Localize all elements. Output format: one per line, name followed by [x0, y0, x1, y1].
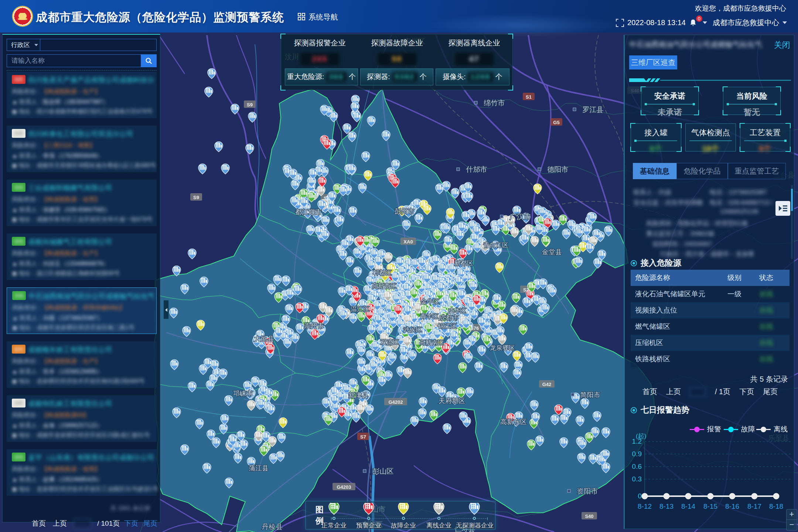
svg-text:丹棱县: 丹棱县 [262, 523, 283, 531]
svg-text:G42: G42 [542, 382, 552, 387]
svg-text:资阳市: 资阳市 [577, 487, 598, 495]
svg-text:绵竹市: 绵竹市 [484, 99, 505, 107]
svg-text:金牛区: 金牛区 [421, 298, 440, 305]
svg-text:8-14: 8-14 [681, 502, 695, 510]
svg-text:1.2: 1.2 [632, 437, 642, 445]
svg-text:8-17: 8-17 [747, 502, 761, 510]
svg-text:彭山区: 彭山区 [373, 467, 394, 475]
svg-text:0.3: 0.3 [632, 475, 642, 483]
svg-text:蒲江县: 蒲江县 [249, 464, 269, 472]
svg-text:成华区: 成华区 [448, 307, 467, 314]
svg-text:锦江区: 锦江区 [438, 323, 457, 330]
svg-text:崇州市: 崇州市 [304, 322, 324, 330]
svg-text:高新西区: 高新西区 [372, 283, 397, 290]
svg-text:罗江县: 罗江县 [583, 106, 604, 113]
svg-text:S1: S1 [526, 94, 532, 100]
svg-text:高新东区: 高新东区 [500, 418, 527, 426]
svg-text:高新南区: 高新南区 [419, 339, 444, 346]
svg-text:8-12: 8-12 [638, 502, 652, 510]
svg-text:8-18: 8-18 [769, 502, 783, 510]
svg-text:简阳市: 简阳市 [580, 391, 600, 399]
svg-text:S7: S7 [360, 434, 366, 440]
svg-text:青白江区: 青白江区 [483, 242, 508, 249]
svg-text:G4202: G4202 [388, 399, 403, 405]
svg-text:8-16: 8-16 [725, 502, 739, 510]
svg-text:0.9: 0.9 [632, 450, 642, 458]
svg-text:都江堰市: 都江堰市 [295, 208, 322, 216]
svg-text:广汉市: 广汉市 [510, 213, 531, 221]
svg-text:双流区: 双流区 [381, 339, 399, 346]
svg-text:新都区: 新都区 [454, 260, 473, 267]
svg-text:德阳市: 德阳市 [548, 166, 569, 173]
svg-text:S9: S9 [247, 102, 253, 108]
svg-text:金堂县: 金堂县 [542, 248, 562, 256]
svg-text:0.6: 0.6 [632, 463, 642, 470]
svg-text:天府新区: 天府新区 [439, 397, 465, 405]
svg-text:大邑县: 大邑县 [254, 335, 274, 342]
svg-text:S9: S9 [193, 195, 199, 200]
svg-text:郫都区: 郫都区 [373, 269, 392, 276]
svg-text:S40: S40 [585, 514, 593, 519]
svg-text:龙泉驿区: 龙泉驿区 [490, 344, 515, 351]
svg-text:青羊区: 青羊区 [420, 313, 439, 320]
svg-text:成都市: 成都市 [439, 314, 459, 321]
svg-text:什邡市: 什邡市 [466, 166, 487, 173]
svg-text:8-13: 8-13 [659, 502, 673, 510]
svg-text:8-15: 8-15 [703, 502, 717, 510]
svg-text:0: 0 [638, 492, 642, 500]
svg-text:邛崃市: 邛崃市 [233, 390, 253, 397]
svg-text:彭州市: 彭州市 [395, 208, 415, 215]
svg-text:武侯区: 武侯区 [403, 326, 422, 333]
svg-text:新津县: 新津县 [348, 392, 368, 399]
svg-text:G5: G5 [553, 120, 559, 125]
svg-text:XA0: XA0 [403, 239, 413, 245]
svg-text:G4203: G4203 [337, 484, 351, 490]
svg-text:温江区: 温江区 [351, 306, 370, 313]
